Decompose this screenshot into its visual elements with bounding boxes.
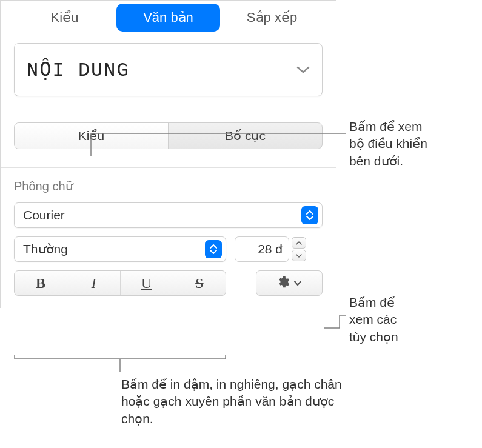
format-sidebar: Kiểu Văn bản Sắp xếp NỘI DUNG Kiểu Bố cụ… [0, 0, 336, 308]
font-family-value: Courier [23, 208, 301, 222]
sub-tab-layout[interactable]: Bố cục [169, 123, 322, 149]
font-label: Phông chữ [14, 179, 323, 193]
callout-style-buttons: Bấm để in đậm, in nghiêng, gạch chân hoặ… [121, 376, 358, 427]
chevron-down-icon [296, 65, 310, 74]
font-style-value: Thường [23, 242, 205, 256]
font-size-control: 28 đ [235, 236, 323, 262]
font-size-stepper [292, 237, 306, 261]
chevron-down-icon [293, 277, 302, 289]
underline-button[interactable]: U [121, 271, 173, 295]
text-style-buttons: B I U S [14, 270, 226, 296]
stepper-up[interactable] [292, 237, 306, 249]
font-family-popup[interactable]: Courier [14, 202, 323, 228]
tab-style[interactable]: Kiểu [13, 4, 116, 32]
font-section: Phông chữ Courier Thường 28 đ [1, 168, 336, 262]
font-size-field[interactable]: 28 đ [235, 236, 289, 262]
updown-icon [205, 240, 222, 258]
sub-tab-style[interactable]: Kiểu [15, 123, 169, 149]
italic-button[interactable]: I [67, 271, 120, 295]
bold-button[interactable]: B [15, 271, 67, 295]
advanced-options-button[interactable] [256, 270, 323, 296]
tab-arrange[interactable]: Sắp xếp [220, 4, 324, 32]
paragraph-style-popup[interactable]: NỘI DUNG [14, 43, 323, 96]
stepper-down[interactable] [292, 250, 306, 261]
sub-tab-bar: Kiểu Bố cục [14, 122, 323, 149]
top-tab-bar: Kiểu Văn bản Sắp xếp [1, 1, 336, 34]
callout-subtab: Bấm để xem bộ điều khiển bên dưới. [349, 118, 470, 170]
gear-icon [276, 275, 290, 292]
font-style-popup[interactable]: Thường [14, 236, 226, 262]
strikethrough-button[interactable]: S [173, 271, 226, 295]
updown-icon [301, 206, 318, 224]
tab-text[interactable]: Văn bản [116, 4, 220, 32]
paragraph-style-name: NỘI DUNG [27, 58, 296, 82]
callout-gear: Bấm để xem các tùy chọn [349, 294, 470, 346]
